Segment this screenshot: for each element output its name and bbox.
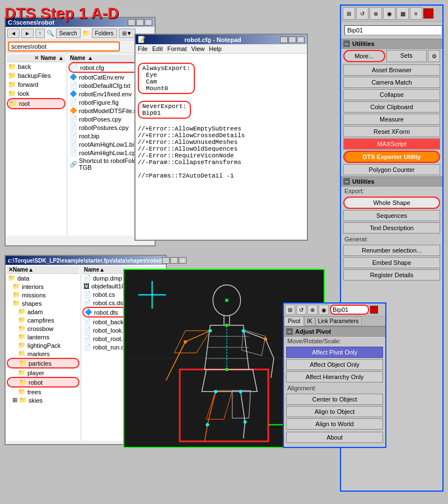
max-tool-btn-1[interactable]: ⊞: [343, 7, 355, 20]
tree2-item-shapes[interactable]: 📁 shapes: [7, 299, 80, 307]
about-btn[interactable]: About: [286, 432, 383, 443]
tab-pivot[interactable]: Pivot: [284, 316, 304, 326]
explorer1-up-btn[interactable]: ↑: [35, 29, 45, 38]
explorer2-minimize-btn[interactable]: _: [162, 257, 170, 264]
sequences-btn[interactable]: Sequences: [343, 210, 440, 221]
notepad-menu-format[interactable]: Format: [167, 45, 187, 52]
tree2-item-missions[interactable]: 📁 missions: [7, 291, 80, 299]
maxscript-btn[interactable]: MAXScript: [343, 138, 440, 150]
explorer1-forward-btn[interactable]: ►: [21, 29, 34, 38]
tree2-item-lightingpack[interactable]: 📁 lightingPack: [7, 341, 80, 349]
mini-tool-1[interactable]: ⊞: [285, 305, 295, 315]
move-rotate-scale-label: Move/Rotate/Scale:: [284, 337, 385, 346]
svg-point-32: [214, 390, 217, 393]
tree-item-backupfiles[interactable]: 📁 backupFiles: [7, 71, 66, 80]
affect-pivot-only-btn[interactable]: Affect Pivot Only: [286, 347, 383, 358]
notepad-menu-file[interactable]: File: [138, 45, 148, 52]
settings-icon-btn[interactable]: ⚙: [428, 50, 440, 62]
file-label-rootbip: root.bip: [79, 133, 100, 139]
explorer1-address-input[interactable]: [8, 41, 120, 52]
color-clipboard-btn[interactable]: Color Clipboard: [343, 101, 440, 113]
asset-browser-btn[interactable]: Asset Browser: [343, 64, 440, 76]
notepad-menu-edit[interactable]: Edit: [152, 45, 163, 52]
explorer2-sort-icon[interactable]: ▲: [28, 267, 34, 273]
tree2-label-interiors: interiors: [22, 283, 44, 290]
tree2-item-robot[interactable]: 📁 robot: [7, 377, 80, 388]
explorer1-close-btn[interactable]: ×: [144, 19, 152, 26]
polygon-counter-btn[interactable]: Polygon Counter: [343, 164, 440, 175]
explorer2-maximize-btn[interactable]: □: [170, 257, 178, 264]
tree2-item-interiors[interactable]: 📁 interiors: [7, 282, 80, 291]
notepad-close-btn[interactable]: ×: [297, 36, 305, 43]
explorer1-minimize-btn[interactable]: _: [128, 19, 136, 26]
alignment-label: Alignment:: [284, 384, 385, 393]
tree2-item-adam[interactable]: 📁 adam: [7, 307, 80, 316]
reset-xform-btn[interactable]: Reset XForm: [343, 126, 440, 137]
max-tool-btn-5[interactable]: ▦: [396, 7, 409, 20]
tree2-item-crossbow[interactable]: 📁 crossbow: [7, 324, 80, 333]
tree-item-forward[interactable]: 📁 forward: [7, 80, 66, 89]
mini-tool-2[interactable]: ↺: [296, 305, 306, 315]
center-to-object-btn[interactable]: Center to Object: [286, 394, 383, 405]
register-details-btn[interactable]: Register Details: [343, 269, 440, 281]
tab-link-parameters[interactable]: Link Parameters: [315, 316, 362, 326]
tree2-label-lightingpack: lightingPack: [27, 342, 60, 349]
svg-point-27: [225, 298, 228, 302]
notepad-content[interactable]: AlwaysExport: Eye Cam Mount0 NeverExport…: [136, 54, 307, 234]
max-tool-btn-4[interactable]: ◉: [383, 7, 395, 20]
explorer1-files-sort-icon[interactable]: ▲: [87, 55, 93, 61]
explorer2-close-x-btn[interactable]: ×: [179, 257, 186, 264]
mini-adjust-pivot-header[interactable]: − Adjust Pivot: [284, 326, 385, 337]
notepad-menu-view[interactable]: View: [192, 45, 205, 52]
svg-point-36: [184, 340, 187, 343]
measure-btn[interactable]: Measure: [343, 114, 440, 125]
explorer1-search-btn[interactable]: Search: [56, 29, 81, 38]
collapse-btn[interactable]: Collapse: [343, 89, 440, 100]
max-tool-btn-6[interactable]: ≡: [410, 7, 422, 20]
align-to-world-btn[interactable]: Align to World: [286, 418, 383, 430]
notepad-win-controls: _ □ ×: [280, 36, 305, 43]
tab-ik[interactable]: IK: [304, 316, 315, 326]
notepad-minimize-btn[interactable]: _: [280, 36, 288, 43]
renumber-selection-btn[interactable]: Renumber selection...: [343, 245, 440, 256]
tree2-item-data[interactable]: 📁 data: [7, 274, 80, 282]
max-section-utilities-1[interactable]: − Utilities: [341, 39, 442, 49]
affect-object-only-btn[interactable]: Affect Object Only: [286, 359, 383, 370]
whole-shape-btn[interactable]: Whole Shape: [343, 197, 440, 209]
explorer1-maximize-btn[interactable]: □: [136, 19, 144, 26]
tree2-item-markers[interactable]: 📁 markers: [7, 349, 80, 358]
embed-shape-btn[interactable]: Embed Shape: [343, 257, 440, 268]
tree2-item-particles[interactable]: 📁 particles: [7, 358, 80, 368]
explorer1-view-btn[interactable]: ⊞▼: [119, 29, 136, 38]
explorer2-close-x[interactable]: ✕: [8, 267, 13, 273]
explorer1-back-btn[interactable]: ◄: [7, 29, 20, 38]
mini-tool-3[interactable]: ⊕: [307, 305, 318, 315]
mini-tool-4[interactable]: ◉: [319, 305, 329, 315]
tree2-item-lanterns[interactable]: 📁 lanterns: [7, 333, 80, 341]
explorer1-folders-btn[interactable]: Folders: [92, 29, 117, 38]
sets-btn[interactable]: Sets: [386, 50, 427, 62]
explorer1-close-x[interactable]: ✕: [34, 55, 39, 61]
max-name-field[interactable]: [344, 25, 442, 35]
mini-name-field[interactable]: [330, 305, 369, 315]
tree-item-root[interactable]: 📁 root: [7, 98, 66, 109]
explorer2-files-sort-icon[interactable]: ▲: [99, 267, 105, 273]
explorer1-sort-icon[interactable]: ▲: [58, 55, 64, 61]
align-to-object-btn[interactable]: Align to Object: [286, 406, 383, 417]
notepad-menu-help[interactable]: Help: [209, 45, 222, 52]
more-btn[interactable]: More...: [343, 50, 385, 62]
tree2-item-campfires[interactable]: 📁 campfires: [7, 316, 80, 324]
tree2-item-trees[interactable]: 📁 trees: [7, 388, 80, 396]
tree2-item-player[interactable]: 📁 player: [7, 368, 80, 377]
tree-item-look[interactable]: 📁 look: [7, 89, 66, 98]
camera-match-btn[interactable]: Camera Match: [343, 77, 440, 88]
max-tool-btn-2[interactable]: ↺: [356, 7, 368, 20]
notepad-maximize-btn[interactable]: □: [288, 36, 296, 43]
tree2-item-skies[interactable]: ⊞ 📁 skies: [7, 396, 80, 404]
tree-item-back[interactable]: 📁 back: [7, 62, 66, 71]
max-section-utilities-2[interactable]: − Utilities: [341, 176, 442, 186]
max-tool-btn-3[interactable]: ⊕: [370, 7, 382, 20]
text-description-btn[interactable]: Text Description: [343, 222, 440, 234]
affect-hierarchy-btn[interactable]: Affect Hierarchy Only: [286, 371, 383, 382]
dts-exporter-btn[interactable]: DTS Exporter Utility: [343, 151, 440, 163]
